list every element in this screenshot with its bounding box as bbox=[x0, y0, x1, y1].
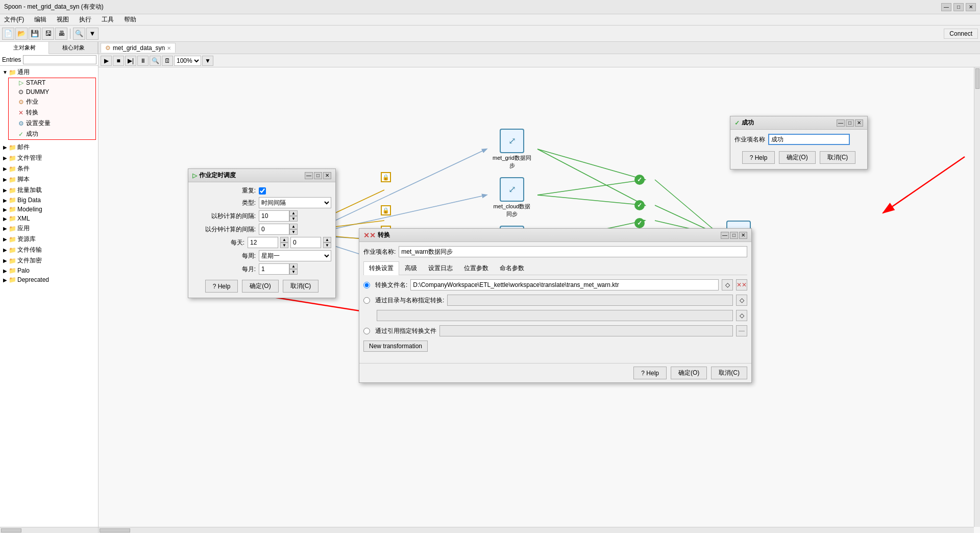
menu-tools[interactable]: 工具 bbox=[100, 15, 116, 25]
ref-radio[interactable] bbox=[363, 328, 370, 334]
monthly-up[interactable]: ▲ bbox=[289, 263, 298, 269]
save-as-button[interactable]: 🖫 bbox=[42, 28, 54, 40]
scheduler-maximize[interactable]: □ bbox=[314, 172, 322, 179]
interval-sec-up[interactable]: ▲ bbox=[289, 210, 298, 216]
transform-maximize[interactable]: □ bbox=[730, 232, 738, 239]
tree-group-script[interactable]: ▶ 📁 脚本 bbox=[0, 174, 98, 185]
success-maximize[interactable]: □ bbox=[846, 119, 854, 127]
interval-sec-input[interactable]: 10 bbox=[259, 210, 289, 222]
tab-advanced[interactable]: 高级 bbox=[399, 261, 423, 275]
type-select[interactable]: 时间间隔 bbox=[259, 197, 331, 208]
tab-main-objects[interactable]: 主对象树 bbox=[0, 42, 49, 54]
success-ok-button[interactable]: 确定(O) bbox=[779, 151, 815, 164]
tree-group-bigdata[interactable]: ▶ 📁 Big Data bbox=[0, 196, 98, 205]
pause-button[interactable]: ⏸ bbox=[137, 56, 149, 66]
tree-group-deprecated[interactable]: ▶ 📁 Deprecated bbox=[0, 275, 98, 284]
preview-button[interactable]: 🔍 bbox=[150, 56, 161, 66]
tree-group-xml[interactable]: ▶ 📁 XML bbox=[0, 214, 98, 223]
scheduler-ok-button[interactable]: 确定(O) bbox=[242, 280, 278, 293]
interval-min-up[interactable]: ▲ bbox=[289, 224, 298, 229]
canvas-tab-main[interactable]: ⚙ met_grid_data_syn ✕ bbox=[101, 43, 176, 53]
menu-view[interactable]: 视图 bbox=[55, 15, 71, 25]
search-input[interactable] bbox=[23, 55, 96, 64]
tab-close-icon[interactable]: ✕ bbox=[167, 45, 171, 51]
tree-item-transform[interactable]: ✕ 转换 bbox=[9, 107, 95, 118]
tree-group-app[interactable]: ▶ 📁 应用 bbox=[0, 223, 98, 234]
menu-execute[interactable]: 执行 bbox=[77, 15, 93, 25]
tree-group-filetransfer[interactable]: ▶ 📁 文件传输 bbox=[0, 245, 98, 255]
run-button[interactable]: ▶ bbox=[101, 56, 112, 66]
daily-up2[interactable]: ▲ bbox=[323, 237, 331, 243]
ref-icon-btn[interactable]: — bbox=[736, 325, 747, 336]
daily-up1[interactable]: ▲ bbox=[280, 237, 288, 243]
daily-down1[interactable]: ▼ bbox=[280, 243, 288, 248]
tab-core-objects[interactable]: 核心对象 bbox=[49, 42, 98, 54]
interval-sec-down[interactable]: ▼ bbox=[289, 216, 298, 222]
tab-set-log[interactable]: 设置日志 bbox=[423, 261, 458, 275]
dir-radio[interactable] bbox=[363, 297, 370, 304]
transform-ok-button[interactable]: 确定(O) bbox=[671, 367, 707, 379]
menu-help[interactable]: 帮助 bbox=[122, 15, 138, 25]
transform-close[interactable]: ✕ bbox=[739, 232, 747, 239]
file-radio[interactable] bbox=[363, 282, 370, 288]
monthly-down[interactable]: ▼ bbox=[289, 269, 298, 275]
tree-group-condition[interactable]: ▶ 📁 条件 bbox=[0, 163, 98, 174]
interval-min-down[interactable]: ▼ bbox=[289, 229, 298, 235]
interval-min-input[interactable]: 0 bbox=[259, 224, 289, 235]
tree-group-modeling[interactable]: ▶ 📁 Modeling bbox=[0, 205, 98, 214]
tree-item-start[interactable]: ▷ START bbox=[9, 78, 95, 87]
node-met-cloud[interactable]: ⤢ met_cloud数据同步 bbox=[492, 177, 532, 218]
save-button[interactable]: 💾 bbox=[29, 28, 41, 40]
horizontal-scrollbar[interactable] bbox=[0, 527, 98, 533]
transform-help-button[interactable]: ? Help bbox=[633, 367, 667, 379]
canvas-hscrollbar[interactable] bbox=[99, 527, 974, 533]
weekly-select[interactable]: 星期一 bbox=[259, 250, 331, 261]
tree-group-batch[interactable]: ▶ 📁 批量加载 bbox=[0, 185, 98, 196]
schedule-button[interactable]: 🗓 bbox=[162, 56, 173, 66]
daily-down2[interactable]: ▼ bbox=[323, 243, 331, 248]
tree-group-filemgr[interactable]: ▶ 📁 文件管理 bbox=[0, 153, 98, 163]
canvas-vscrollbar[interactable] bbox=[974, 67, 980, 527]
print-button[interactable]: 🖶 bbox=[55, 28, 67, 40]
minimize-button[interactable]: — bbox=[941, 3, 951, 11]
file-icon-button2[interactable]: ✕✕ bbox=[736, 279, 747, 290]
dir-browse-btn2[interactable]: ◇ bbox=[736, 310, 747, 321]
scheduler-cancel-button[interactable]: 取消(C) bbox=[283, 280, 319, 293]
tree-group-fileencrypt[interactable]: ▶ 📁 文件加密 bbox=[0, 255, 98, 266]
dir-browse-btn1[interactable]: ◇ bbox=[736, 295, 747, 306]
daily-input1[interactable]: 12 bbox=[248, 237, 278, 248]
menu-edit[interactable]: 编辑 bbox=[32, 15, 48, 25]
tree-item-setvar[interactable]: ⚙ 设置变量 bbox=[9, 118, 95, 129]
run-selected-button[interactable]: ▶| bbox=[125, 56, 136, 66]
monthly-input[interactable]: 1 bbox=[259, 263, 289, 275]
tab-position-params[interactable]: 位置参数 bbox=[458, 261, 494, 275]
open-button[interactable]: 📂 bbox=[15, 28, 28, 40]
file-path-input[interactable] bbox=[410, 279, 719, 290]
new-file-button[interactable]: 📄 bbox=[2, 28, 14, 40]
node-met-grid[interactable]: ⤢ met_grid数据同步 bbox=[492, 129, 532, 169]
scheduler-close[interactable]: ✕ bbox=[323, 172, 331, 179]
stop-button[interactable]: ■ bbox=[113, 56, 124, 66]
canvas-vscroll-thumb[interactable] bbox=[975, 68, 979, 89]
zoom-dropdown-button[interactable]: ▼ bbox=[202, 56, 213, 66]
success-minimize[interactable]: — bbox=[837, 119, 845, 127]
tree-group-repo[interactable]: ▶ 📁 资源库 bbox=[0, 234, 98, 245]
menu-file[interactable]: 文件(F) bbox=[2, 15, 26, 25]
tree-group-general[interactable]: ▼ 📁 通用 bbox=[0, 67, 98, 78]
success-name-input[interactable]: 成功 bbox=[768, 134, 850, 145]
close-button[interactable]: ✕ bbox=[966, 3, 976, 11]
canvas-hscroll-thumb[interactable] bbox=[100, 528, 130, 532]
tree-item-dummy[interactable]: ⊙ DUMMY bbox=[9, 87, 95, 96]
tree-item-success[interactable]: ✓ 成功 bbox=[9, 129, 95, 139]
transform-cancel-button[interactable]: 取消(C) bbox=[711, 367, 747, 379]
tree-group-palo[interactable]: ▶ 📁 Palo bbox=[0, 266, 98, 275]
scrollbar-thumb[interactable] bbox=[1, 528, 21, 532]
transform-minimize[interactable]: — bbox=[721, 232, 729, 239]
maximize-button[interactable]: □ bbox=[953, 3, 964, 11]
success-help-button[interactable]: ? Help bbox=[742, 151, 775, 164]
repeat-checkbox[interactable] bbox=[259, 187, 266, 195]
tree-item-job[interactable]: ⚙ 作业 bbox=[9, 96, 95, 107]
scheduler-help-button[interactable]: ? Help bbox=[205, 280, 238, 293]
success-cancel-button[interactable]: 取消(C) bbox=[820, 151, 856, 164]
daily-input2[interactable]: 0 bbox=[290, 237, 321, 248]
